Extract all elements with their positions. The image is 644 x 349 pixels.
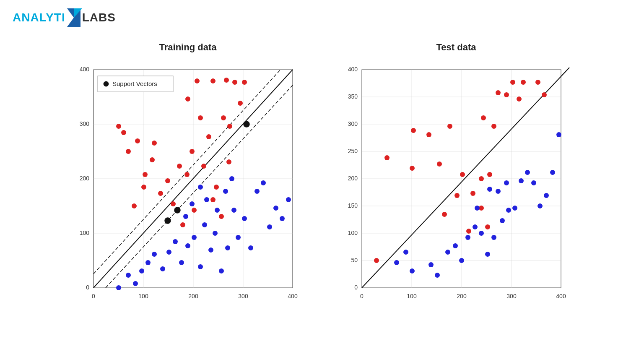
svg-point-152 xyxy=(410,268,415,273)
svg-point-128 xyxy=(426,132,431,137)
svg-point-137 xyxy=(487,172,492,177)
svg-point-51 xyxy=(232,80,237,85)
svg-point-140 xyxy=(504,92,509,97)
svg-point-87 xyxy=(215,208,220,213)
svg-point-93 xyxy=(204,197,209,202)
svg-point-53 xyxy=(242,80,247,85)
svg-text:200: 200 xyxy=(348,175,358,182)
svg-point-54 xyxy=(219,214,224,219)
svg-point-74 xyxy=(213,231,218,236)
svg-point-129 xyxy=(437,161,442,167)
svg-point-33 xyxy=(132,203,137,208)
svg-point-86 xyxy=(286,197,291,202)
svg-text:250: 250 xyxy=(348,148,358,154)
svg-text:350: 350 xyxy=(348,93,358,100)
svg-point-39 xyxy=(184,172,190,177)
svg-point-50 xyxy=(227,124,232,129)
svg-point-75 xyxy=(219,268,224,273)
svg-point-42 xyxy=(192,208,197,213)
svg-point-82 xyxy=(261,180,266,185)
svg-text:0: 0 xyxy=(360,293,364,300)
svg-point-139 xyxy=(496,90,501,95)
svg-point-81 xyxy=(254,189,260,194)
svg-point-145 xyxy=(542,92,547,97)
svg-point-143 xyxy=(521,80,526,85)
svg-text:300: 300 xyxy=(506,293,517,300)
svg-point-38 xyxy=(177,164,182,169)
logo-text-labs: LABS xyxy=(82,11,116,24)
svg-point-127 xyxy=(411,128,416,133)
svg-point-58 xyxy=(185,96,190,102)
svg-text:200: 200 xyxy=(80,175,90,182)
svg-point-171 xyxy=(550,170,555,175)
svg-point-95 xyxy=(174,207,180,213)
svg-point-76 xyxy=(225,245,230,250)
svg-point-70 xyxy=(192,235,197,240)
svg-point-49 xyxy=(224,78,229,83)
logo-icon xyxy=(65,8,82,27)
svg-point-134 xyxy=(470,191,475,196)
svg-text:100: 100 xyxy=(138,293,148,300)
training-chart-wrapper: Training data 0 100 200 300 xyxy=(70,42,305,309)
svg-point-64 xyxy=(152,252,157,257)
svg-point-125 xyxy=(384,155,390,160)
svg-point-172 xyxy=(556,132,561,137)
svg-point-163 xyxy=(500,218,505,223)
svg-point-52 xyxy=(238,101,243,106)
svg-point-31 xyxy=(150,157,155,162)
svg-point-144 xyxy=(535,80,540,85)
svg-point-161 xyxy=(485,252,490,257)
svg-line-124 xyxy=(362,68,569,288)
svg-point-59 xyxy=(116,285,121,290)
test-chart-area: 0 50 100 150 200 250 300 350 400 xyxy=(339,57,574,309)
svg-point-69 xyxy=(185,243,190,248)
svg-text:100: 100 xyxy=(348,229,358,236)
svg-point-61 xyxy=(133,281,138,286)
logo: ANALYTI LABS xyxy=(13,8,116,27)
svg-point-96 xyxy=(244,121,249,127)
svg-point-148 xyxy=(442,212,447,217)
svg-point-60 xyxy=(126,273,131,278)
svg-point-28 xyxy=(121,130,126,135)
svg-point-135 xyxy=(479,176,484,181)
svg-point-48 xyxy=(221,115,226,120)
logo-text-analytix: ANALYTI xyxy=(13,11,65,24)
svg-point-133 xyxy=(466,229,471,234)
svg-point-34 xyxy=(152,141,157,146)
svg-point-159 xyxy=(473,224,478,229)
svg-point-44 xyxy=(201,164,206,169)
svg-point-35 xyxy=(158,191,163,196)
svg-point-160 xyxy=(479,231,484,236)
svg-point-158 xyxy=(465,235,470,240)
svg-point-162 xyxy=(491,235,496,240)
svg-point-151 xyxy=(403,250,408,255)
svg-text:100: 100 xyxy=(80,229,90,236)
svg-point-130 xyxy=(447,124,452,129)
page: ANALYTI LABS Training data 0 xyxy=(0,0,644,349)
training-chart-area: 0 100 200 300 400 0 100 200 300 400 xyxy=(70,57,305,309)
svg-point-56 xyxy=(210,78,216,83)
svg-point-65 xyxy=(160,266,165,271)
svg-point-174 xyxy=(475,206,480,211)
svg-point-136 xyxy=(481,115,486,120)
svg-point-176 xyxy=(487,187,492,192)
svg-point-126 xyxy=(410,166,415,171)
svg-point-166 xyxy=(519,178,524,183)
svg-point-26 xyxy=(116,124,121,129)
svg-point-43 xyxy=(198,115,203,120)
svg-point-167 xyxy=(525,170,530,175)
svg-text:0: 0 xyxy=(86,284,89,291)
svg-point-72 xyxy=(202,222,207,227)
svg-point-89 xyxy=(229,176,234,181)
svg-point-164 xyxy=(506,208,511,213)
svg-point-40 xyxy=(180,222,185,227)
svg-point-168 xyxy=(531,180,536,185)
svg-point-131 xyxy=(454,193,460,198)
svg-point-36 xyxy=(165,178,170,183)
svg-text:300: 300 xyxy=(80,120,90,127)
svg-point-46 xyxy=(210,197,216,202)
svg-point-66 xyxy=(166,250,171,255)
svg-text:300: 300 xyxy=(238,293,248,300)
svg-point-71 xyxy=(198,264,203,269)
svg-point-153 xyxy=(428,262,434,267)
